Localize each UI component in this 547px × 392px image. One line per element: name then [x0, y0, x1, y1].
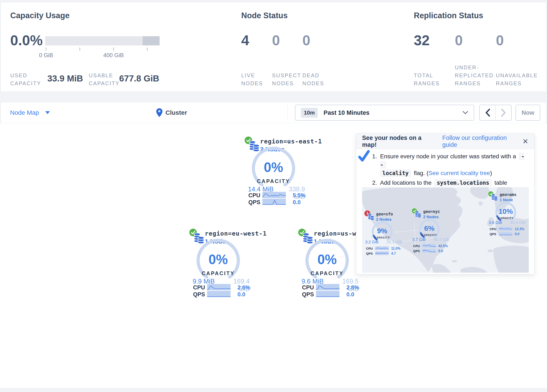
now-button[interactable]: Now	[516, 105, 540, 121]
guide-popup-header: See your nodes on a map! Follow our conf…	[356, 134, 534, 149]
step-text: )	[490, 170, 492, 176]
region-card-eu-west-1[interactable]: region=eu-west-1 1 Node 0% CAPACITY 9.9 …	[189, 227, 260, 300]
dead-nodes-label: DEAD NODES	[302, 71, 330, 87]
cpu-value: 2.6%	[238, 284, 250, 291]
cpu-sparkline	[422, 244, 436, 248]
locality-name: geo=nyc	[423, 209, 440, 214]
capacity-gauge-percent: 10%	[494, 207, 517, 215]
capacity-gauge-label: CAPACITY	[418, 234, 441, 237]
usable-capacity: 65.7 GiB	[432, 237, 449, 242]
cpu-value: 11.0%	[391, 247, 400, 250]
qps-sparkline	[207, 291, 231, 297]
region-card-us-east-1[interactable]: region=us-east-1 2 Nodes 0% CAPACITY 14.…	[244, 135, 315, 207]
qps-label: QPS	[248, 199, 260, 206]
region-name: region=eu-west-1	[205, 230, 267, 237]
qps-sparkline	[499, 232, 512, 236]
footer-strip	[0, 388, 547, 392]
cpu-label: CPU	[248, 192, 260, 199]
chevron-left-icon	[485, 109, 491, 117]
capacity-usage-percent: 0.0%	[10, 32, 43, 48]
qps-sparkline	[262, 199, 286, 205]
cpu-sparkline	[316, 284, 340, 290]
qps-value: 4.7	[391, 252, 396, 255]
cpu-value: 42.5%	[438, 244, 448, 248]
used-capacity-label: USED CAPACITY	[10, 71, 45, 87]
total-ranges-count: 32	[414, 32, 430, 48]
cpu-sparkline	[262, 192, 286, 198]
chevron-down-icon	[45, 111, 50, 114]
cpu-sparkline	[499, 227, 512, 231]
capacity-axis-tick	[80, 48, 80, 51]
cpu-label: CPU	[302, 284, 314, 291]
nodemap-toolbar: Node Map Cluster 10m Past 10 Minutes Now	[1, 102, 546, 123]
capacity-gauge-percent: 0%	[304, 252, 350, 267]
step-complete-check-icon	[358, 150, 370, 162]
close-icon[interactable]: ✕	[522, 138, 529, 145]
qps-label: QPS	[490, 232, 496, 236]
capacity-gauge-percent: 0%	[195, 252, 241, 267]
time-step-back-button[interactable]	[480, 105, 495, 120]
cpu-sparkline	[207, 284, 231, 290]
guide-title: See your nodes on a map!	[362, 134, 437, 148]
cluster-summary-panel: Capacity Usage 0.0% 0 GiB 400 GiB USED C…	[1, 2, 546, 92]
qps-sparkline	[316, 291, 340, 297]
toolbar-divider	[287, 104, 287, 121]
time-step-forward-button[interactable]	[495, 105, 511, 120]
step-number: 1.	[372, 152, 380, 177]
qps-value: 0.0	[438, 249, 443, 253]
chevron-down-icon	[462, 111, 468, 115]
live-nodes-count: 4	[241, 32, 249, 48]
step-text: flag. (	[414, 170, 429, 176]
step-text: Add locations to the	[380, 179, 432, 186]
time-range-label: Past 10 Minutes	[324, 109, 369, 116]
qps-value: 0.0	[346, 291, 354, 298]
live-nodes-label: LIVE NODES	[241, 71, 268, 87]
view-selector-label: Node Map	[10, 109, 39, 116]
qps-sparkline	[375, 252, 389, 255]
capacity-gauge-percent: 9%	[371, 227, 394, 235]
capacity-gauge-label: CAPACITY	[494, 217, 517, 220]
cpu-value: 2.8%	[346, 284, 359, 291]
used-capacity: 3.2 GiB	[365, 240, 378, 244]
total-ranges-label: TOTAL RANGES	[414, 71, 445, 87]
capacity-axis-tick	[113, 48, 114, 51]
usable-capacity: 34.4 GiB	[509, 220, 526, 225]
capacity-axis-tick	[46, 48, 46, 51]
time-range-selector[interactable]: 10m Past 10 Minutes	[295, 105, 474, 121]
capacity-usage-bar-reserved-segment	[143, 36, 160, 45]
locality-name: geo=sfo	[376, 212, 393, 216]
step-text: Ensure every node in your cluster was st…	[380, 153, 516, 159]
breadcrumb-label: Cluster	[165, 109, 187, 116]
database-stack-icon	[414, 210, 422, 218]
code-chip: locality	[380, 170, 411, 177]
capacity-gauge-label: CAPACITY	[250, 178, 297, 184]
qps-value: 0.0	[238, 291, 246, 298]
guide-configuration-link[interactable]: Follow our configuration guide	[442, 134, 522, 148]
suspect-nodes-label: SUSPECT NODES	[272, 71, 303, 87]
chevron-right-icon	[501, 109, 506, 117]
capacity-axis-tick	[147, 48, 147, 51]
used-capacity: 3.6 GiB	[489, 220, 502, 225]
database-stack-icon	[367, 213, 375, 220]
code-chip: system.locations	[435, 179, 492, 186]
node-status-title: Node Status	[241, 11, 288, 20]
cpu-label: CPU	[413, 244, 420, 248]
view-selector-dropdown[interactable]: Node Map	[10, 102, 50, 123]
database-stack-icon	[491, 193, 499, 201]
used-capacity: 3.7 GiB	[412, 237, 425, 242]
breadcrumb[interactable]: Cluster	[156, 102, 187, 123]
qps-label: QPS	[413, 249, 420, 253]
usable-capacity-value: 677.8 GiB	[119, 74, 159, 83]
capacity-gauge-label: CAPACITY	[371, 236, 394, 239]
capacity-usage-title: Capacity Usage	[10, 11, 69, 20]
under-replicated-ranges-count: 0	[455, 32, 463, 48]
qps-value: 0.0	[293, 199, 301, 206]
capacity-axis-label-400: 400 GiB	[97, 52, 130, 59]
qps-sparkline	[422, 249, 436, 253]
time-range-badge: 10m	[301, 108, 318, 118]
locality-tree-link[interactable]: See current locality tree	[429, 170, 490, 176]
region-name: region=us-east-1	[260, 138, 322, 145]
qps-label: QPS	[366, 252, 373, 255]
cpu-label: CPU	[490, 227, 496, 231]
unavailable-ranges-label: UNAVAILABLE RANGES	[496, 71, 536, 87]
